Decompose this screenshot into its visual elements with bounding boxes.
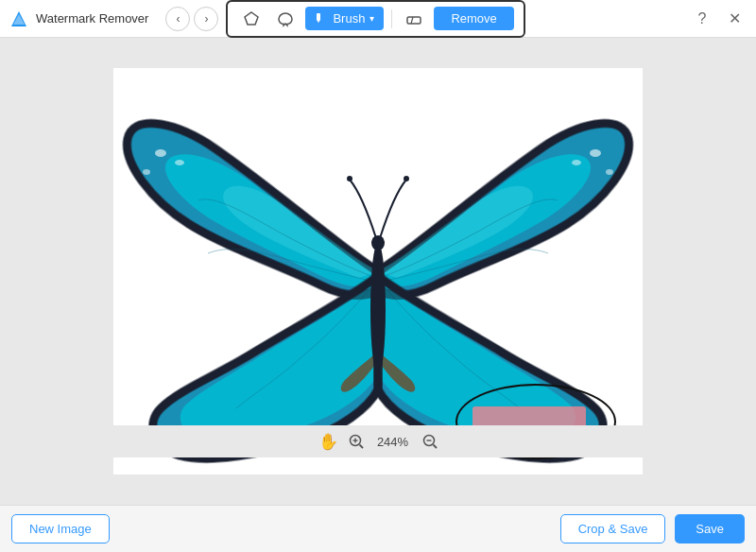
svg-point-11 [572,160,581,165]
action-bar: New Image Crop & Save Save [0,505,756,552]
nav-back-button[interactable]: ‹ [165,7,190,31]
svg-point-13 [370,243,386,375]
zoom-bar: ✋ 244% [0,425,756,457]
brush-label: Brush [333,11,365,26]
lasso-icon [277,10,294,27]
zoom-in-icon[interactable] [348,433,365,450]
nav-forward-button[interactable]: › [194,7,218,31]
svg-point-15 [347,176,352,181]
svg-line-5 [411,17,413,24]
lasso-tool-button[interactable] [271,6,300,32]
svg-point-16 [404,176,409,181]
svg-point-7 [155,149,166,157]
nav-buttons: ‹ › [165,7,218,31]
save-button[interactable]: Save [675,514,745,543]
brush-icon [315,12,328,26]
svg-point-12 [606,169,613,175]
pan-tool-icon[interactable]: ✋ [318,432,338,452]
title-left: Watermark Remover ‹ › [9,0,525,38]
crop-save-button[interactable]: Crop & Save [560,514,666,543]
svg-point-9 [143,169,150,175]
eraser-icon [405,10,422,27]
zoom-level: 244% [374,435,412,449]
polygon-tool-button[interactable] [237,6,266,32]
image-container [113,68,643,474]
eraser-tool-button[interactable] [400,6,428,32]
svg-point-8 [175,160,184,165]
svg-marker-2 [245,12,258,25]
toolbar: Brush ▾ Remove [226,0,524,38]
app-title: Watermark Remover [36,11,148,26]
zoom-out-icon[interactable] [421,433,438,450]
remove-button[interactable]: Remove [434,7,513,30]
brush-chevron-icon: ▾ [369,13,374,24]
brush-tool-button[interactable]: Brush ▾ [305,7,384,30]
title-right: ? ✕ [690,7,747,31]
action-right-buttons: Crop & Save Save [560,514,745,543]
svg-line-22 [433,445,437,449]
new-image-button[interactable]: New Image [11,514,110,543]
svg-rect-4 [407,17,421,24]
app-logo-icon [9,9,28,28]
svg-point-14 [371,235,385,250]
title-bar: Watermark Remover ‹ › [0,0,756,38]
polygon-icon [243,10,260,27]
svg-point-10 [590,149,601,157]
close-button[interactable]: ✕ [722,7,747,31]
svg-rect-3 [317,13,320,21]
svg-line-18 [359,445,363,449]
help-button[interactable]: ? [690,7,714,31]
canvas-area[interactable]: ✋ 244% [0,38,756,505]
toolbar-separator [391,9,392,28]
